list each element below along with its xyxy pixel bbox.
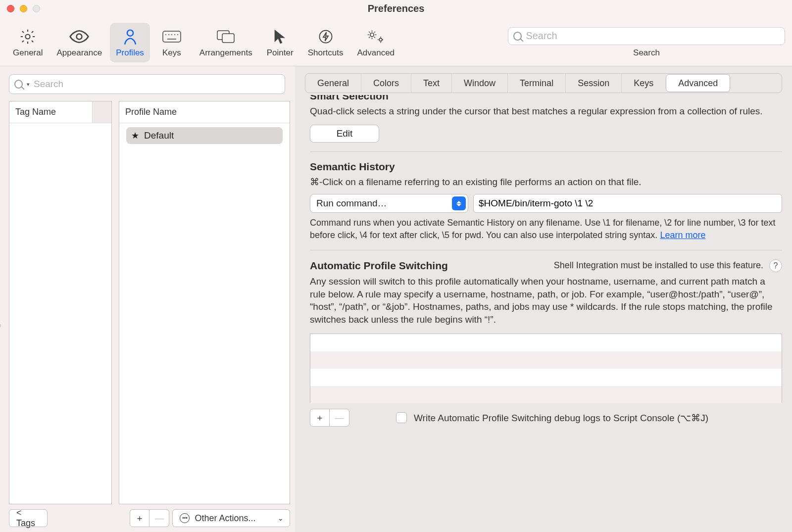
toolbar-tab-shortcuts[interactable]: Shortcuts [302,23,349,62]
profiles-search-field[interactable]: ▾ [9,74,285,94]
toolbar-label: General [13,48,43,58]
toolbar-label: Arrangements [199,48,252,58]
search-icon [14,80,23,89]
aps-warning: Shell Integration must be installed to u… [554,260,763,271]
smart-selection-edit-button[interactable]: Edit [310,125,379,143]
aps-title: Automatic Profile Switching [310,260,448,272]
cursor-icon [272,28,289,45]
toolbar-label: Profiles [116,48,144,58]
add-profile-button[interactable]: ＋ [130,509,149,527]
aps-debug-label: Write Automatic Profile Switching debug … [414,412,708,425]
window-title: Preferences [0,3,792,14]
toolbar-tab-general[interactable]: General [7,23,49,62]
advanced-scroll[interactable]: Smart Selection Quad-click selects a str… [295,95,792,532]
dropdown-stepper-icon [452,196,466,210]
aps-rules-list[interactable] [310,334,782,403]
semantic-history-title: Semantic History [310,161,782,173]
svg-point-14 [379,38,382,41]
eye-icon [69,28,89,45]
subtab-window[interactable]: Window [451,74,507,93]
aps-body: Any session will switch to this profile … [310,275,782,326]
help-button[interactable]: ? [769,259,782,272]
aps-add-remove: ＋ — [310,409,349,427]
subtab-terminal[interactable]: Terminal [507,74,565,93]
smart-selection-title: Smart Selection [310,95,782,102]
profile-name: Default [144,130,174,141]
svg-point-2 [127,30,133,36]
aps-debug-checkbox[interactable] [396,412,407,423]
semantic-history-help: Command runs when you activate Semantic … [310,217,782,241]
section-divider [310,151,782,152]
svg-rect-11 [222,34,234,43]
split-handle[interactable] [0,324,1,328]
chevron-down-icon: ▾ [27,81,30,88]
learn-more-link[interactable]: Learn more [660,230,705,240]
profiles-sidebar: ▾ Tag Name Profile Name ★ Default < Tags [0,66,295,532]
star-icon: ★ [131,130,139,141]
other-actions-label: Other Actions... [195,513,255,524]
ellipsis-icon: ••• [180,513,190,523]
toolbar-tab-appearance[interactable]: Appearance [50,23,108,62]
toolbar-search-label: Search [633,48,660,58]
remove-profile-button[interactable]: — [149,509,169,527]
preferences-toolbar: General Appearance Profiles Keys Arrange… [0,17,792,66]
chevron-down-icon: ⌄ [278,514,284,522]
profile-add-remove: ＋ — [130,509,169,527]
profile-row-default[interactable]: ★ Default [126,127,283,144]
svg-rect-3 [163,31,181,42]
gear-icon [19,28,36,45]
aps-remove-rule-button[interactable]: — [330,409,349,427]
semantic-history-body: ⌘-Click on a filename referring to an ex… [310,176,782,189]
svg-point-12 [319,30,332,43]
toolbar-tab-pointer[interactable]: Pointer [260,23,300,62]
toolbar-tab-advanced[interactable]: Advanced [351,23,400,62]
toolbar-label: Shortcuts [308,48,344,58]
profiles-panel: Profile Name ★ Default [119,101,290,504]
dropdown-value: Run command… [316,198,387,209]
toolbar-label: Pointer [267,48,294,58]
toolbar-tab-arrangements[interactable]: Arrangements [194,23,258,62]
smart-selection-body: Quad-click selects a string under the cu… [310,105,782,118]
semantic-history-command-input[interactable] [473,194,782,213]
profile-subtabs: General Colors Text Window Terminal Sess… [305,73,782,93]
toolbar-tab-keys[interactable]: Keys [152,23,192,62]
semantic-history-action-select[interactable]: Run command… [310,194,468,213]
keyboard-icon [162,28,181,45]
profiles-header[interactable]: Profile Name [119,101,290,123]
bolt-icon [318,28,333,45]
toolbar-label: Keys [162,48,181,58]
subtab-general[interactable]: General [305,74,361,93]
subtab-keys[interactable]: Keys [621,74,665,93]
search-icon [513,32,522,41]
svg-point-1 [77,34,82,39]
profile-settings-pane: General Colors Text Window Terminal Sess… [295,66,792,532]
profiles-footer: < Tags ＋ — ••• Other Actions... ⌄ [9,509,290,527]
toolbar-tab-profiles[interactable]: Profiles [110,23,150,62]
subtab-session[interactable]: Session [565,74,621,93]
tags-list[interactable] [9,123,111,504]
other-actions-menu[interactable]: ••• Other Actions... ⌄ [172,509,290,527]
tags-toggle-button[interactable]: < Tags [9,509,48,527]
toolbar-search-field[interactable] [508,27,785,45]
subtab-advanced[interactable]: Advanced [666,74,730,92]
gears-icon [366,28,386,45]
titlebar: Preferences [0,0,792,17]
profiles-search-input[interactable] [34,79,280,90]
person-icon [123,28,138,45]
tags-header[interactable]: Tag Name [9,101,111,123]
profiles-list[interactable]: ★ Default [119,123,290,504]
windows-icon [216,28,236,45]
tags-panel: Tag Name [9,101,112,504]
svg-point-13 [370,33,374,37]
subtab-text[interactable]: Text [411,74,451,93]
section-divider [310,250,782,250]
svg-point-0 [26,34,30,39]
toolbar-label: Advanced [357,48,395,58]
toolbar-search-group: Search [508,27,785,58]
aps-add-rule-button[interactable]: ＋ [310,409,330,427]
subtab-colors[interactable]: Colors [361,74,411,93]
toolbar-search-input[interactable] [526,30,780,42]
toolbar-label: Appearance [56,48,102,58]
